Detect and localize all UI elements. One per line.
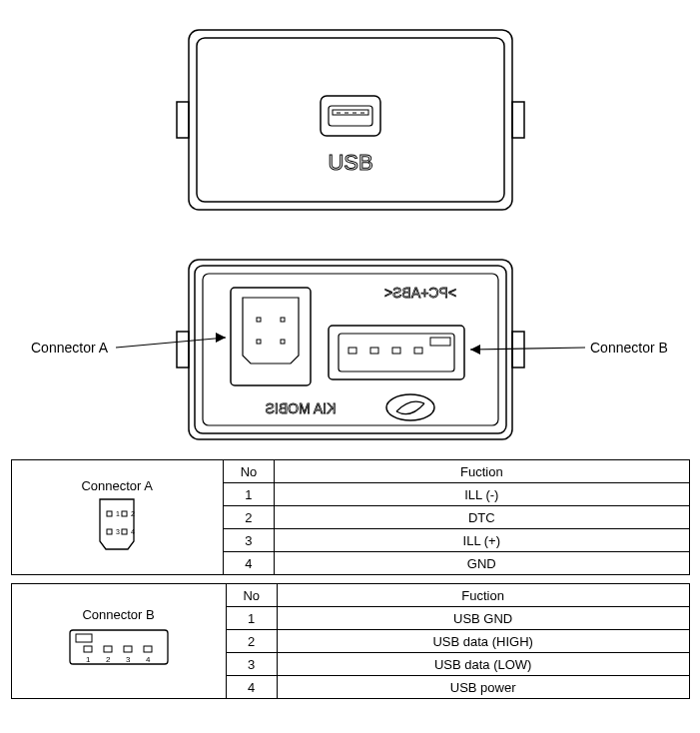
svg-rect-22 bbox=[339, 334, 454, 371]
arrow-head-a bbox=[216, 333, 226, 343]
svg-rect-29 bbox=[122, 511, 127, 516]
svg-rect-11 bbox=[177, 332, 189, 367]
connector-a-pinout-cell: Connector A 1 2 3 4 bbox=[11, 460, 223, 575]
pin-func: USB GND bbox=[277, 607, 689, 630]
connector-b-pinout-icon: 1 2 3 4 bbox=[64, 624, 174, 674]
svg-rect-41 bbox=[144, 646, 152, 652]
connector-b-pinout-cell: Connector B 1 2 3 4 bbox=[11, 584, 226, 699]
pin-func: USB data (LOW) bbox=[277, 653, 689, 676]
svg-rect-18 bbox=[281, 318, 285, 322]
connector-a-pinout-title: Connector A bbox=[18, 478, 217, 493]
rear-diagram: >PC+ABS< KIA MOBIS bbox=[10, 230, 690, 459]
material-label: >PC+ABS< bbox=[384, 285, 456, 301]
svg-text:1: 1 bbox=[116, 510, 120, 517]
hyundai-logo bbox=[386, 394, 434, 420]
pin-func: USB data (HIGH) bbox=[277, 630, 689, 653]
svg-rect-40 bbox=[124, 646, 132, 652]
connector-a-label: Connector A bbox=[31, 340, 109, 356]
svg-rect-30 bbox=[107, 529, 112, 534]
connector-b-table: Connector B 1 2 3 4 No Fuction 1 USB GND… bbox=[11, 583, 690, 699]
svg-rect-38 bbox=[84, 646, 92, 652]
pin-no: 3 bbox=[226, 653, 277, 676]
svg-rect-31 bbox=[122, 529, 127, 534]
svg-rect-24 bbox=[370, 348, 378, 354]
usb-label: USB bbox=[328, 150, 372, 175]
pin-no: 4 bbox=[223, 552, 274, 575]
tableB-header-no: No bbox=[226, 584, 277, 607]
connector-b-label: Connector B bbox=[590, 340, 668, 356]
arrow-line-b bbox=[470, 348, 585, 350]
pin-no: 1 bbox=[226, 607, 277, 630]
svg-rect-20 bbox=[281, 340, 285, 344]
svg-text:3: 3 bbox=[116, 528, 120, 535]
svg-rect-27 bbox=[430, 338, 450, 346]
connector-a-table: Connector A 1 2 3 4 No Fuction 1 ILL (-)… bbox=[11, 459, 690, 575]
usb-module-rear: >PC+ABS< KIA MOBIS bbox=[11, 230, 690, 459]
svg-rect-36 bbox=[70, 630, 168, 664]
pin-func: DTC bbox=[275, 506, 689, 529]
svg-rect-0 bbox=[177, 102, 189, 138]
pin-no: 3 bbox=[223, 529, 274, 552]
svg-text:4: 4 bbox=[131, 528, 135, 535]
svg-text:2: 2 bbox=[131, 510, 135, 517]
svg-rect-39 bbox=[104, 646, 112, 652]
tableB-header-func: Fuction bbox=[277, 584, 689, 607]
svg-rect-19 bbox=[257, 340, 261, 344]
svg-rect-26 bbox=[414, 348, 422, 354]
pin-no: 4 bbox=[226, 676, 277, 699]
pin-func: GND bbox=[275, 552, 689, 575]
pin-no: 1 bbox=[223, 483, 274, 506]
arrow-line-a bbox=[116, 338, 226, 348]
pin-func: ILL (-) bbox=[275, 483, 689, 506]
svg-rect-5 bbox=[329, 106, 372, 126]
svg-rect-12 bbox=[512, 332, 524, 367]
svg-rect-4 bbox=[321, 96, 380, 136]
connector-b-pinout-title: Connector B bbox=[18, 607, 220, 622]
brand-label: KIA MOBIS bbox=[265, 400, 336, 416]
pin-no: 2 bbox=[226, 630, 277, 653]
svg-rect-1 bbox=[512, 102, 524, 138]
connector-b-rear bbox=[329, 326, 464, 379]
pin-no: 2 bbox=[223, 506, 274, 529]
tableA-header-no: No bbox=[223, 460, 274, 483]
svg-rect-3 bbox=[197, 38, 504, 202]
connector-a-pinout-icon: 1 2 3 4 bbox=[90, 495, 144, 555]
pin-func: USB power bbox=[277, 676, 689, 699]
front-diagram: USB bbox=[10, 10, 690, 230]
svg-text:4: 4 bbox=[146, 655, 151, 664]
arrow-head-b bbox=[470, 345, 480, 355]
connector-a-rear bbox=[231, 288, 311, 385]
svg-rect-2 bbox=[189, 30, 512, 210]
svg-rect-28 bbox=[107, 511, 112, 516]
svg-rect-17 bbox=[257, 318, 261, 322]
svg-rect-14 bbox=[195, 266, 506, 433]
pin-func: ILL (+) bbox=[275, 529, 689, 552]
svg-text:1: 1 bbox=[86, 655, 91, 664]
svg-text:3: 3 bbox=[126, 655, 131, 664]
tableA-header-func: Fuction bbox=[275, 460, 689, 483]
svg-rect-23 bbox=[349, 348, 356, 354]
svg-rect-25 bbox=[392, 348, 400, 354]
usb-module-front: USB bbox=[171, 10, 530, 230]
svg-rect-37 bbox=[76, 634, 92, 642]
svg-text:2: 2 bbox=[106, 655, 111, 664]
